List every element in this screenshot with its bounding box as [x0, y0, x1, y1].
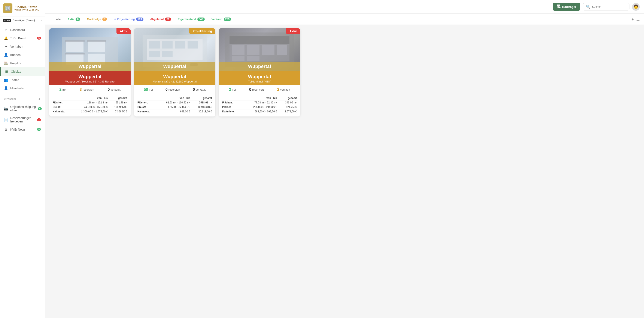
filter-tab-eigenbestand[interactable]: Eigenbestand 342	[175, 16, 208, 22]
stat-frei-num-3: 2	[229, 87, 231, 92]
col-von-bis-1: von - bis	[71, 96, 108, 100]
top-header: 🏗 Bauträger 🔍 👨	[45, 0, 644, 14]
filter-list-button[interactable]: ☰	[636, 17, 640, 21]
search-input[interactable]	[592, 5, 626, 8]
kaltmiete-von-bis-1: 1.300,00 € - 1.675,50 €	[71, 109, 108, 114]
svg-rect-11	[162, 41, 172, 48]
svg-rect-7	[65, 53, 84, 54]
card-badge-1: Aktiv	[116, 28, 130, 34]
stat-reserviert-label-2: reserviert	[168, 88, 180, 91]
sidebar-item-todo[interactable]: 🔔 ToDo Board 5	[0, 34, 45, 42]
house-icon: 🏠	[4, 61, 8, 65]
bautrager-button[interactable]: 🏗 Bauträger	[553, 3, 580, 11]
sidebar-item-dashboard[interactable]: ⌂ Dashboard	[0, 26, 45, 34]
flachen-von-bis-2: 62.53 m² - 160.52 m²	[156, 100, 191, 105]
preise-von-bis-1: 245.500€ - 456.900€	[71, 105, 108, 109]
flachen-label-3: Flächen:	[222, 100, 242, 105]
filter-alle-icon: ☰	[52, 17, 55, 21]
sidebar-item-projekte[interactable]: 🏠 Projekte	[0, 59, 45, 67]
filter-tab-alle[interactable]: ☰ Alle	[49, 16, 64, 22]
table-row: Flächen: 62.53 m² - 160.52 m² 2538.61 m²	[136, 100, 213, 105]
card-city-1: Wuppertal	[49, 62, 130, 71]
svg-rect-20	[232, 45, 244, 55]
sidebar-item-objekte[interactable]: ▦ Objekte	[0, 67, 45, 76]
camera-icon: 📷	[4, 107, 8, 111]
property-card-1[interactable]: Aktiv Wuppertal Wuppertal Wupper Loft "H…	[49, 28, 130, 117]
filter-tab-marktfolge[interactable]: Marktfolge 0	[84, 16, 110, 22]
col-von-bis-3: von - bis	[242, 96, 278, 100]
kaltmiete-label-3: Kaltmiete:	[222, 109, 242, 114]
preise-label-1: Preise:	[52, 105, 71, 109]
brand-subtitle: WE DO IT THE WISE WAY	[14, 9, 39, 11]
preise-von-bis-3: 205.000€ - 249.372€	[242, 105, 278, 109]
stat-verkauft-2: 0 verkauft	[193, 87, 206, 92]
col-gesamt-3: gesamt	[278, 96, 298, 100]
card-title-2: Wuppertal	[138, 74, 212, 79]
filter-eigenbestand-label: Eigenbestand	[178, 17, 196, 21]
filter-tab-abgelehnt[interactable]: Abgelehnt 80	[147, 16, 174, 22]
property-card-3[interactable]: Aktiv Wuppertal Wuppertal Teildenkmal "N…	[219, 28, 300, 117]
sidebar-label-kve: KVE/ Notar	[10, 128, 25, 131]
preise-gesamt-3: 921.256€	[278, 105, 298, 109]
table-row: Kaltmiete: 693,00 € 30.913,00 €	[136, 109, 213, 114]
card-badge-3: Aktiv	[286, 28, 300, 34]
filter-actions: ＋ ☰	[631, 17, 640, 22]
preise-label-3: Preise:	[222, 105, 242, 109]
stat-verkauft-num-2: 0	[193, 87, 195, 92]
card-table-1: von - bis gesamt Flächen: 128 m² - 152.3…	[49, 94, 130, 117]
sidebar-item-objektbesichtigung[interactable]: 📷 Objektbesichtigung offen 0	[0, 103, 45, 114]
filter-projektierung-label: In Projektierung	[114, 17, 135, 21]
stat-frei-1: 2 frei	[59, 87, 66, 92]
card-table-2: von - bis gesamt Flächen: 62.53 m² - 160…	[134, 94, 216, 117]
card-city-3: Wuppertal	[219, 62, 300, 71]
sparkle-icon: ✦	[4, 44, 8, 48]
filter-add-button[interactable]: ＋	[631, 17, 634, 22]
todo-badge: 5	[37, 37, 41, 39]
property-card-2[interactable]: Projektierung Wuppertal Wuppertal Mohren…	[134, 28, 216, 117]
flachen-gesamt-3: 343.06 m²	[278, 100, 298, 105]
bell-icon: 🔔	[4, 36, 8, 40]
sidebar-item-reservierungen[interactable]: 📄 Reservierungen freigeben 3	[0, 114, 45, 125]
svg-rect-24	[232, 56, 244, 61]
account-selector[interactable]: DEMO Bauträger (Demo) ▾	[0, 16, 45, 24]
reservierungen-badge: 3	[37, 118, 41, 121]
sidebar-item-kunden[interactable]: 👤 Kunden	[0, 51, 45, 59]
scale-icon: ⚖	[4, 127, 8, 132]
preise-gesamt-1: 1.889.970€	[108, 105, 128, 109]
sidebar-item-teams[interactable]: 👥 Teams	[0, 76, 45, 84]
kaltmiete-gesamt-2: 30.913,00 €	[191, 109, 213, 114]
kaltmiete-label-1: Kaltmiete:	[52, 109, 71, 114]
stat-frei-label-1: frei	[62, 88, 66, 91]
search-bar[interactable]: 🔍	[583, 3, 630, 10]
chevron-down-icon: ▾	[40, 19, 42, 22]
sidebar-item-kve[interactable]: ⚖ KVE/ Notar 0	[0, 125, 45, 134]
card-badge-2: Projektierung	[189, 28, 216, 34]
card-subtitle-2: Mohrenstraße 42, 42289 Wuppertal	[138, 80, 212, 83]
filter-tab-projektierung[interactable]: In Projektierung 109	[111, 16, 146, 22]
preise-label-2: Preise:	[136, 105, 156, 109]
card-header-2: Wuppertal Mohrenstraße 42, 42289 Wuppert…	[134, 71, 216, 85]
logo-container: 🏢 Finance Estate WE DO IT THE WISE WAY	[0, 0, 45, 16]
filter-tab-aktiv[interactable]: Aktiv 0	[65, 16, 83, 22]
svg-rect-14	[149, 51, 160, 57]
stat-frei-num-1: 2	[59, 87, 62, 92]
stat-reserviert-1: 3 reserviert	[80, 87, 94, 92]
flachen-label-1: Flächen:	[52, 100, 71, 105]
sidebar-label-objektbesichtigung: Objektbesichtigung offen	[10, 105, 36, 112]
svg-rect-21	[247, 45, 260, 55]
card-stats-2: 50 frei 0 reserviert 0 verkauft	[134, 85, 216, 94]
verwaltung-section-label: Verwaltung ▲	[0, 94, 45, 101]
col-gesamt-2: gesamt	[191, 96, 213, 100]
sidebar-label-todo: ToDo Board	[10, 36, 26, 40]
grid-icon: ▦	[4, 69, 9, 74]
table-row: Flächen: 128 m² - 152.3 m² 551.49 m²	[52, 100, 128, 105]
document-icon: 📄	[4, 118, 8, 122]
collapse-icon[interactable]: ▲	[38, 97, 41, 100]
sidebar-item-vorhaben[interactable]: ✦ Vorhaben	[0, 42, 45, 51]
sidebar-item-mitarbeiter[interactable]: 👤 Mitarbeiter	[0, 84, 45, 92]
flachen-label-2: Flächen:	[136, 100, 156, 105]
stat-verkauft-3: 2 verkauft	[277, 87, 290, 92]
filter-alle-label: Alle	[56, 17, 61, 21]
svg-rect-19	[230, 36, 290, 44]
filter-tab-verkauft[interactable]: Verkauft 229	[208, 16, 234, 22]
